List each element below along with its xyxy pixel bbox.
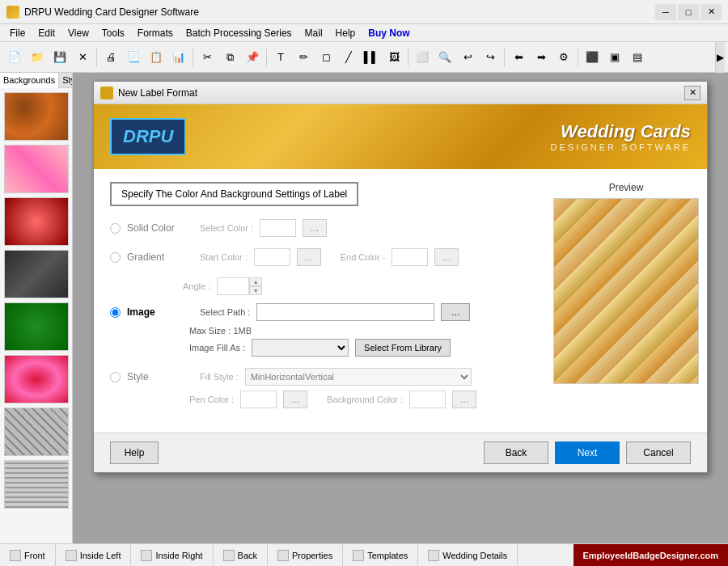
gradient-radio[interactable]	[110, 252, 121, 263]
dialog-banner: DRPU Wedding Cards DESIGNER SOFTWARE	[94, 104, 707, 169]
pen-color-browse[interactable]: …	[283, 391, 307, 408]
list-item[interactable]	[4, 197, 69, 246]
solid-color-box[interactable]	[260, 219, 296, 237]
toolbar-text[interactable]: T	[270, 47, 291, 68]
toolbar-misc3[interactable]: ▤	[627, 47, 648, 68]
toolbar-misc2[interactable]: ▣	[604, 47, 625, 68]
angle-spin-up[interactable]: ▲	[249, 277, 262, 286]
fill-style-dropdown[interactable]: MinHorizontalVertical	[245, 368, 472, 386]
status-inside-left[interactable]: Inside Left	[56, 544, 132, 566]
status-wedding-details[interactable]: Wedding Details	[418, 544, 518, 566]
toolbar-settings[interactable]: ⚙	[553, 47, 574, 68]
image-path-browse[interactable]: …	[441, 303, 470, 321]
toolbar-barcode[interactable]: ▌▌	[361, 47, 382, 68]
list-item[interactable]	[4, 408, 69, 456]
toolbar-img[interactable]: 🖼	[383, 47, 404, 68]
menu-tools[interactable]: Tools	[95, 26, 131, 40]
minimize-button[interactable]: ─	[655, 4, 676, 20]
pen-color-label: Pen Color :	[189, 395, 234, 404]
menu-batch[interactable]: Batch Processing Series	[180, 26, 298, 40]
end-color-browse[interactable]: …	[434, 248, 459, 266]
solid-color-browse[interactable]: …	[303, 219, 327, 237]
sidebar: Backgrounds Styles Shapes	[0, 73, 73, 543]
help-button[interactable]: Help	[110, 441, 159, 464]
menu-formats[interactable]: Formats	[131, 26, 180, 40]
toolbar-arrow-l[interactable]: ⬅	[508, 47, 529, 68]
image-fill-dropdown[interactable]	[252, 339, 349, 357]
image-path-input[interactable]: C:\Program Files (x86)\DRPU Wedding Card	[256, 303, 434, 321]
pen-color-box[interactable]	[240, 391, 277, 408]
properties-icon	[277, 550, 289, 561]
tab-backgrounds[interactable]: Backgrounds	[0, 73, 59, 88]
image-label: Image	[127, 306, 200, 318]
toolbar-new[interactable]: 📄	[4, 47, 25, 68]
back-button[interactable]: Back	[484, 441, 548, 464]
angle-spin-down[interactable]: ▼	[249, 286, 262, 295]
new-label-dialog: New Label Format ✕ DRPU Wedding Cards DE…	[93, 81, 708, 473]
toolbar-print2[interactable]: 📃	[123, 47, 144, 68]
toolbar-arrow-r[interactable]: ➡	[531, 47, 552, 68]
toolbar-redo[interactable]: ↪	[480, 47, 501, 68]
menu-edit[interactable]: Edit	[32, 26, 61, 40]
start-color-box[interactable]	[254, 248, 290, 266]
menu-view[interactable]: View	[61, 26, 95, 40]
style-bg-color-box[interactable]	[409, 391, 446, 408]
close-button[interactable]: ✕	[700, 4, 722, 20]
menu-mail[interactable]: Mail	[298, 26, 329, 40]
status-front[interactable]: Front	[0, 544, 56, 566]
wedding-details-icon	[428, 550, 439, 561]
list-item[interactable]	[4, 460, 69, 509]
dialog-preview: Preview	[545, 169, 707, 433]
toolbar-shape[interactable]: ◻	[315, 47, 336, 68]
angle-spin: 0 ▲ ▼	[217, 277, 262, 295]
list-item[interactable]	[4, 92, 69, 141]
toolbar-misc1[interactable]: ⬛	[582, 47, 603, 68]
image-radio[interactable]	[110, 307, 121, 318]
main-layout: Backgrounds Styles Shapes New Label Form…	[0, 73, 728, 543]
list-item[interactable]	[4, 302, 69, 351]
toolbar-pencil[interactable]: ✏	[293, 47, 314, 68]
menu-help[interactable]: Help	[329, 26, 362, 40]
toolbar-save[interactable]: 💾	[49, 47, 70, 68]
style-radio[interactable]	[110, 372, 121, 382]
next-button[interactable]: Next	[555, 441, 620, 464]
inside-right-icon	[141, 550, 152, 561]
toolbar-export[interactable]: 📊	[168, 47, 189, 68]
gradient-label: Gradient	[127, 251, 200, 263]
select-from-library-button[interactable]: Select From Library	[355, 339, 451, 357]
select-color-label: Select Color :	[200, 223, 253, 233]
cancel-button[interactable]: Cancel	[626, 441, 691, 464]
style-bg-color-browse[interactable]: …	[452, 391, 476, 408]
toolbar-align[interactable]: ⬜	[412, 47, 433, 68]
toolbar-print[interactable]: 🖨	[100, 47, 121, 68]
dialog-close-button[interactable]: ✕	[684, 86, 700, 100]
toolbar-undo[interactable]: ↩	[457, 47, 478, 68]
tab-styles[interactable]: Styles	[59, 73, 73, 87]
status-properties[interactable]: Properties	[268, 544, 343, 566]
start-color-browse[interactable]: …	[297, 248, 321, 266]
toolbar-line[interactable]: ╱	[338, 47, 359, 68]
solid-color-radio[interactable]	[110, 223, 121, 234]
end-color-box[interactable]	[392, 248, 428, 266]
angle-input[interactable]: 0	[217, 277, 249, 295]
list-item[interactable]	[4, 250, 69, 298]
list-item[interactable]	[4, 145, 69, 193]
toolbar-scroll[interactable]: ▶	[715, 42, 725, 73]
toolbar-delete[interactable]: ✕	[72, 47, 93, 68]
toolbar-open[interactable]: 📁	[27, 47, 48, 68]
status-templates[interactable]: Templates	[343, 544, 418, 566]
list-item[interactable]	[4, 355, 69, 403]
toolbar-zoom-in[interactable]: 🔍	[434, 47, 455, 68]
status-back[interactable]: Back	[214, 544, 268, 566]
menu-buynow[interactable]: Buy Now	[362, 26, 416, 40]
app-icon	[6, 6, 19, 19]
toolbar-cut[interactable]: ✂	[197, 47, 218, 68]
status-templates-label: Templates	[367, 551, 408, 560]
toolbar-copy[interactable]: ⧉	[219, 47, 240, 68]
status-inside-right[interactable]: Inside Right	[131, 544, 213, 566]
toolbar-print3[interactable]: 📋	[146, 47, 167, 68]
maximize-button[interactable]: □	[678, 4, 699, 20]
status-inside-right-label: Inside Right	[155, 551, 202, 560]
menu-file[interactable]: File	[3, 26, 32, 40]
toolbar-paste[interactable]: 📌	[242, 47, 263, 68]
